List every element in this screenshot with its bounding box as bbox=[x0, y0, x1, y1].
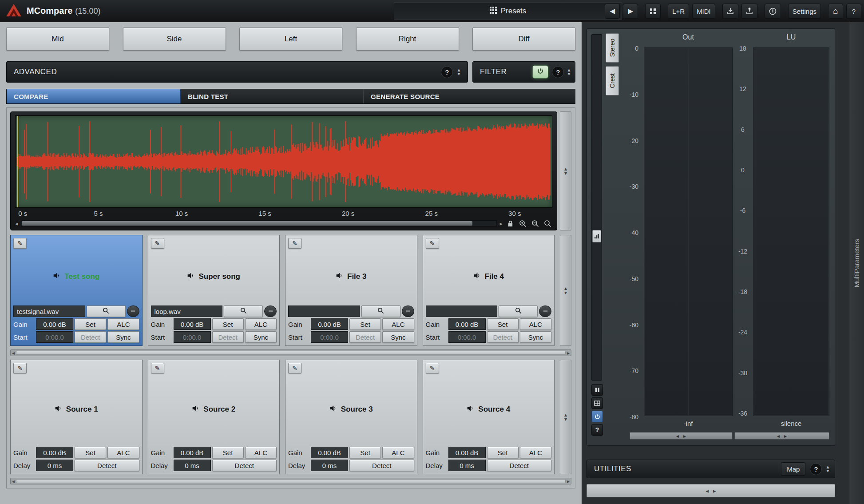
edit-button[interactable]: ✎ bbox=[13, 238, 27, 249]
utilities-panel-header[interactable]: UTILITIES Map ? ▴ ▾ bbox=[587, 460, 835, 478]
channel-side-button[interactable]: Side bbox=[123, 28, 226, 51]
filter-power-button[interactable] bbox=[532, 65, 548, 79]
gain-value[interactable]: 0.00 dB bbox=[311, 447, 348, 458]
sync-button[interactable]: Sync bbox=[107, 331, 139, 343]
set-button[interactable]: Set bbox=[75, 318, 106, 330]
tab-compare[interactable]: COMPARE bbox=[7, 89, 181, 103]
gain-value[interactable]: 0.00 dB bbox=[174, 318, 211, 330]
waveform-display[interactable] bbox=[15, 115, 552, 208]
channel-left-button[interactable]: Left bbox=[239, 28, 342, 51]
alc-button[interactable]: ALC bbox=[245, 447, 277, 458]
playhead-marker[interactable] bbox=[17, 116, 18, 207]
slot-title[interactable]: Test song bbox=[13, 249, 139, 304]
remove-button[interactable] bbox=[402, 306, 414, 317]
advanced-collapse-toggle[interactable]: ▴ ▾ bbox=[457, 68, 460, 76]
lu-meter-range-bar[interactable]: ◂ ▸ bbox=[734, 432, 829, 440]
midi-button[interactable]: MIDI bbox=[692, 4, 715, 19]
edit-button[interactable]: ✎ bbox=[151, 238, 164, 249]
layout-button[interactable] bbox=[591, 397, 603, 409]
channel-right-button[interactable]: Right bbox=[356, 28, 459, 51]
set-button[interactable]: Set bbox=[487, 447, 519, 458]
lu-meter[interactable] bbox=[753, 48, 829, 416]
browse-button[interactable] bbox=[87, 306, 126, 317]
sync-button[interactable]: Sync bbox=[520, 331, 551, 343]
detect-button[interactable]: Detect bbox=[487, 331, 519, 343]
source-slot-4[interactable]: ✎ Source 4 Gain 0.00 dB Set ALC Delay 0 … bbox=[423, 360, 555, 474]
tab-stereo[interactable]: Stereo bbox=[606, 33, 619, 63]
advanced-help-icon[interactable]: ? bbox=[441, 66, 453, 78]
slot-title[interactable]: File 4 bbox=[426, 249, 552, 304]
load-preset-button[interactable] bbox=[722, 4, 738, 19]
scrollbar-track[interactable] bbox=[21, 220, 497, 226]
zoom-out-icon[interactable] bbox=[530, 219, 540, 228]
collapsed-bottom-panel[interactable]: ◂ ▸ bbox=[587, 484, 835, 497]
tab-generate-source[interactable]: GENERATE SOURCE bbox=[364, 89, 575, 103]
scrollbar-thumb[interactable] bbox=[16, 351, 566, 355]
advanced-panel-header[interactable]: ADVANCED ? ▴ ▾ bbox=[6, 61, 468, 83]
scroll-left-icon[interactable]: ◂ bbox=[15, 220, 18, 227]
filename-field[interactable]: testsignal.wav bbox=[13, 306, 85, 317]
scroll-right-icon[interactable]: ▸ bbox=[499, 220, 503, 227]
edit-button[interactable]: ✎ bbox=[426, 363, 439, 373]
randomize-button[interactable] bbox=[645, 4, 661, 19]
pause-button[interactable] bbox=[591, 384, 603, 396]
detect-button[interactable]: Detect bbox=[75, 331, 106, 343]
file-slot-2[interactable]: ✎ Super song loop.wav Gain 0.00 dB Set A… bbox=[148, 235, 280, 346]
zoom-reset-icon[interactable] bbox=[543, 219, 552, 228]
scroll-left-icon[interactable]: ◂ bbox=[12, 350, 15, 356]
slot-title[interactable]: File 3 bbox=[288, 249, 414, 304]
set-button[interactable]: Set bbox=[212, 318, 244, 330]
scroll-left-icon[interactable]: ◂ bbox=[12, 478, 15, 484]
slot-title[interactable]: Source 1 bbox=[13, 373, 139, 445]
detect-button[interactable]: Detect bbox=[487, 460, 552, 471]
out-meter[interactable] bbox=[644, 48, 733, 416]
source-slots-resize-strip[interactable]: ▴ ▾ bbox=[560, 360, 571, 474]
lock-icon[interactable] bbox=[505, 219, 515, 228]
settings-button[interactable]: Settings bbox=[788, 4, 821, 19]
filename-field[interactable] bbox=[288, 306, 360, 317]
meter-range-slider[interactable] bbox=[591, 34, 602, 381]
detect-button[interactable]: Detect bbox=[349, 331, 381, 343]
delay-value[interactable]: 0 ms bbox=[448, 460, 486, 471]
channel-diff-button[interactable]: Diff bbox=[472, 28, 575, 51]
zoom-in-icon[interactable] bbox=[518, 219, 527, 228]
slot-title[interactable]: Super song bbox=[151, 249, 277, 304]
map-button[interactable]: Map bbox=[781, 462, 805, 476]
source-slot-1[interactable]: ✎ Source 1 Gain 0.00 dB Set ALC Delay 0 … bbox=[10, 360, 143, 474]
slot-title[interactable]: Source 3 bbox=[288, 373, 414, 445]
remove-button[interactable] bbox=[539, 306, 551, 317]
scroll-right-icon[interactable]: ▸ bbox=[567, 350, 570, 356]
meter-power-button[interactable] bbox=[591, 411, 603, 422]
set-button[interactable]: Set bbox=[487, 318, 519, 330]
browse-button[interactable] bbox=[224, 306, 263, 317]
browse-button[interactable] bbox=[499, 306, 538, 317]
start-value[interactable]: 0:00.0 bbox=[311, 331, 348, 343]
file-slots-resize-strip[interactable]: ▴ ▾ bbox=[560, 235, 571, 346]
tab-crest[interactable]: Crest bbox=[606, 66, 619, 95]
utilities-help-icon[interactable]: ? bbox=[810, 463, 822, 475]
channel-mode-button[interactable]: L+R bbox=[668, 4, 689, 19]
alc-button[interactable]: ALC bbox=[520, 318, 551, 330]
edit-button[interactable]: ✎ bbox=[288, 363, 301, 373]
delay-value[interactable]: 0 ms bbox=[174, 460, 211, 471]
waveform-scrollbar[interactable]: ◂ ▸ bbox=[15, 218, 552, 228]
gain-value[interactable]: 0.00 dB bbox=[36, 447, 73, 458]
file-slot-1[interactable]: ✎ Test song testsignal.wav Gain 0.00 dB … bbox=[10, 235, 143, 346]
melda-logo[interactable] bbox=[5, 3, 22, 19]
sync-button[interactable]: Sync bbox=[245, 331, 277, 343]
alc-button[interactable]: ALC bbox=[245, 318, 277, 330]
gain-value[interactable]: 0.00 dB bbox=[448, 318, 486, 330]
gain-value[interactable]: 0.00 dB bbox=[36, 318, 73, 330]
edit-button[interactable]: ✎ bbox=[288, 238, 301, 249]
help-button[interactable]: ? bbox=[846, 4, 861, 19]
edit-button[interactable]: ✎ bbox=[151, 363, 164, 373]
filter-help-icon[interactable]: ? bbox=[552, 66, 564, 78]
file-slots-scrollbar[interactable]: ◂ ▸ bbox=[10, 349, 571, 356]
source-slot-3[interactable]: ✎ Source 3 Gain 0.00 dB Set ALC Delay 0 … bbox=[285, 360, 417, 474]
set-button[interactable]: Set bbox=[212, 447, 244, 458]
alc-button[interactable]: ALC bbox=[107, 318, 139, 330]
scroll-right-icon[interactable]: ▸ bbox=[567, 478, 570, 484]
next-preset-button[interactable]: ▶ bbox=[623, 4, 638, 19]
start-value[interactable]: 0:00.0 bbox=[36, 331, 73, 343]
remove-button[interactable] bbox=[127, 306, 139, 317]
